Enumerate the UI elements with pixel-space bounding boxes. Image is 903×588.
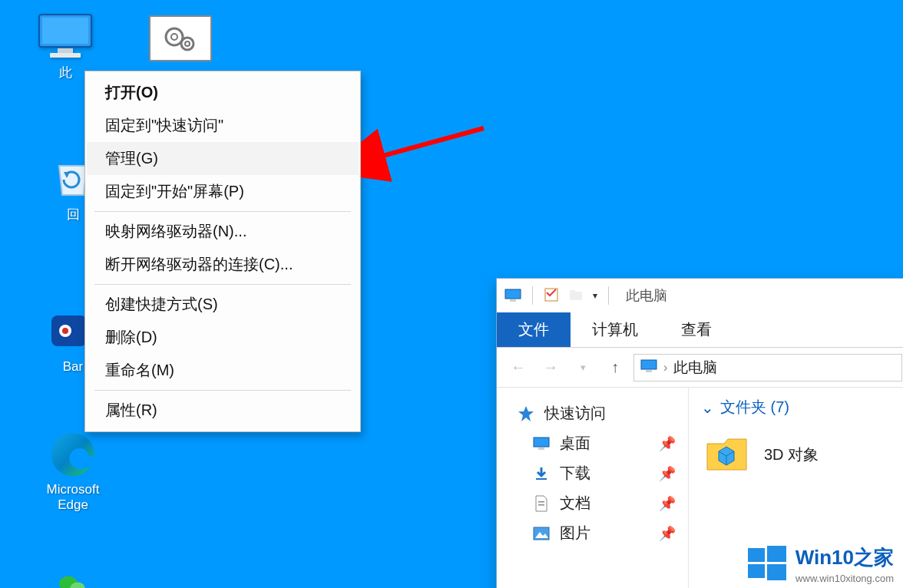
- svg-point-12: [62, 328, 68, 334]
- nav-item-downloads[interactable]: 下载 📌: [503, 458, 682, 488]
- pictures-nav-icon: [532, 524, 551, 543]
- this-pc-titlebar-icon: [504, 287, 521, 304]
- qat-dropdown-icon[interactable]: ▾: [593, 290, 597, 301]
- desktop-icon-wechat[interactable]: [31, 560, 115, 588]
- folder-label-3d: 3D 对象: [764, 444, 819, 465]
- pin-icon: 📌: [659, 495, 676, 512]
- nav-label-quick-access: 快速访问: [544, 403, 606, 424]
- desktop-icon-edge[interactable]: Microsoft Edge: [31, 430, 115, 513]
- svg-rect-37: [748, 564, 765, 578]
- context-menu: 打开(O) 固定到"快速访问" 管理(G) 固定到"开始"屏幕(P) 映射网络驱…: [84, 71, 361, 432]
- svg-rect-36: [767, 546, 786, 562]
- svg-point-5: [171, 34, 177, 40]
- svg-rect-38: [767, 564, 786, 580]
- desktop-icon-settings-shortcut[interactable]: [138, 15, 223, 64]
- pin-icon: 📌: [659, 435, 676, 452]
- qat-divider: [608, 286, 609, 305]
- svg-rect-2: [58, 48, 73, 53]
- nav-item-desktop[interactable]: 桌面 📌: [503, 428, 682, 458]
- tab-view[interactable]: 查看: [660, 312, 733, 347]
- svg-rect-23: [641, 360, 657, 369]
- edge-icon: [42, 430, 104, 479]
- watermark-title: Win10之家: [796, 544, 894, 571]
- quick-access-icon: [517, 405, 535, 423]
- breadcrumb[interactable]: › 此电脑: [633, 354, 902, 382]
- titlebar[interactable]: ▾ 此电脑: [497, 279, 903, 312]
- context-menu-create-shortcut[interactable]: 创建快捷方式(S): [87, 288, 359, 321]
- nav-label-desktop: 桌面: [560, 433, 590, 454]
- pin-icon: 📌: [659, 465, 676, 482]
- nav-item-quick-access[interactable]: 快速访问: [503, 398, 682, 428]
- context-menu-delete[interactable]: 删除(D): [87, 321, 359, 354]
- ribbon-tabs: 文件 计算机 查看: [497, 312, 903, 348]
- svg-marker-25: [518, 406, 534, 421]
- folder-3d-icon: [704, 431, 750, 477]
- svg-rect-30: [538, 504, 544, 506]
- context-menu-separator: [94, 390, 351, 391]
- tab-file[interactable]: 文件: [497, 312, 571, 347]
- context-menu-pin-start[interactable]: 固定到"开始"屏幕(P): [87, 175, 359, 208]
- context-menu-rename[interactable]: 重命名(M): [87, 354, 359, 387]
- desktop: 此 回: [0, 0, 903, 588]
- explorer-window: ▾ 此电脑 文件 计算机 查看 ← → ▾ ↑ › 此电脑: [496, 278, 903, 588]
- downloads-nav-icon: [532, 464, 551, 483]
- nav-history-dropdown[interactable]: ▾: [569, 354, 597, 382]
- svg-rect-29: [538, 501, 544, 503]
- context-menu-map-drive[interactable]: 映射网络驱动器(N)...: [87, 215, 359, 248]
- svg-rect-22: [570, 290, 575, 293]
- qat-properties-icon[interactable]: [544, 287, 561, 304]
- settings-shortcut-icon: [149, 15, 212, 61]
- pin-icon: 📌: [659, 525, 676, 542]
- nav-label-downloads: 下载: [560, 463, 590, 484]
- chevron-down-icon: ⌄: [701, 398, 714, 417]
- svg-rect-26: [534, 438, 549, 447]
- this-pc-icon: [35, 12, 96, 61]
- svg-rect-27: [538, 448, 544, 450]
- nav-label-pictures: 图片: [560, 523, 590, 543]
- breadcrumb-pc-icon: [640, 359, 657, 376]
- navigation-pane: 快速访问 桌面 📌 下载: [497, 388, 689, 588]
- nav-toolbar: ← → ▾ ↑ › 此电脑: [497, 348, 903, 388]
- context-menu-open[interactable]: 打开(O): [87, 76, 359, 109]
- nav-up-button[interactable]: ↑: [601, 354, 629, 382]
- qat-newfolder-icon[interactable]: [568, 287, 585, 304]
- qat-divider: [532, 286, 533, 305]
- context-menu-separator: [94, 284, 351, 285]
- svg-rect-35: [748, 548, 765, 562]
- svg-rect-28: [536, 478, 547, 480]
- svg-rect-3: [50, 53, 81, 58]
- watermark-url: www.win10xitong.com: [796, 573, 894, 584]
- nav-back-button[interactable]: ←: [504, 354, 532, 382]
- svg-rect-19: [510, 299, 516, 302]
- nav-forward-button[interactable]: →: [537, 354, 564, 382]
- window-title: 此电脑: [626, 286, 667, 305]
- tab-computer[interactable]: 计算机: [571, 312, 660, 347]
- context-menu-manage[interactable]: 管理(G): [87, 142, 359, 175]
- breadcrumb-sep-icon: ›: [663, 361, 667, 375]
- edge-label-line2: Edge: [31, 497, 115, 513]
- context-menu-disconnect-drive[interactable]: 断开网络驱动器的连接(C)...: [87, 248, 359, 281]
- svg-line-17: [372, 128, 484, 159]
- svg-rect-24: [646, 370, 652, 372]
- svg-rect-18: [505, 289, 521, 299]
- context-menu-pin-quick-access[interactable]: 固定到"快速访问": [87, 109, 359, 142]
- annotation-arrow-icon: [361, 119, 491, 203]
- section-header-label: 文件夹 (7): [720, 397, 789, 418]
- watermark: Win10之家 www.win10xitong.com: [746, 543, 894, 585]
- nav-item-pictures[interactable]: 图片 📌: [503, 518, 682, 548]
- wechat-icon: [42, 560, 104, 588]
- svg-point-7: [185, 41, 190, 46]
- nav-label-documents: 文档: [560, 493, 590, 514]
- edge-label-line1: Microsoft: [31, 482, 115, 497]
- folder-item-3d-objects[interactable]: 3D 对象: [701, 425, 898, 484]
- breadcrumb-this-pc[interactable]: 此电脑: [673, 358, 717, 378]
- windows-logo-icon: [746, 543, 788, 585]
- documents-nav-icon: [532, 494, 551, 513]
- context-menu-properties[interactable]: 属性(R): [87, 394, 359, 427]
- nav-item-documents[interactable]: 文档 📌: [503, 488, 682, 518]
- svg-rect-1: [42, 18, 88, 44]
- context-menu-separator: [94, 211, 351, 212]
- svg-point-6: [181, 38, 194, 50]
- desktop-nav-icon: [532, 434, 551, 453]
- section-header-folders[interactable]: ⌄ 文件夹 (7): [701, 397, 898, 418]
